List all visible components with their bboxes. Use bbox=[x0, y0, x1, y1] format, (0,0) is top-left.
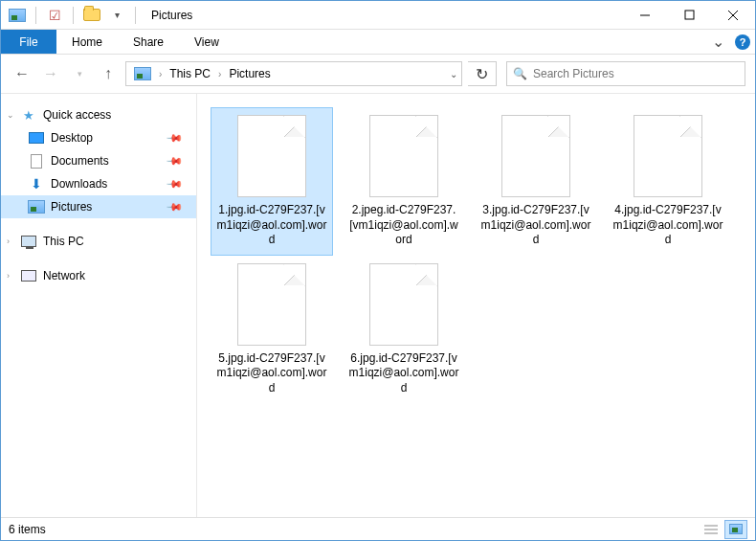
quick-access-toolbar: ☑ ▾ bbox=[1, 5, 145, 26]
recent-dropdown-icon[interactable]: ▾ bbox=[68, 62, 91, 85]
file-item[interactable]: 6.jpg.id-C279F237.[vm1iqzi@aol.com].word bbox=[343, 256, 465, 404]
close-button[interactable] bbox=[711, 1, 755, 30]
file-name: 2.jpeg.id-C279F237.[vm1iqzi@aol.com].wor… bbox=[347, 203, 460, 248]
expand-icon[interactable]: › bbox=[7, 271, 10, 281]
details-view-icon bbox=[704, 524, 718, 535]
thumbnails-view-icon bbox=[729, 524, 743, 534]
status-bar: 6 items bbox=[1, 517, 755, 540]
back-button[interactable]: ← bbox=[11, 62, 33, 85]
navigation-pane: ⌄ ★ Quick access Desktop 📌 Documents 📌 ⬇… bbox=[1, 94, 197, 517]
file-thumbnail-icon bbox=[369, 115, 438, 197]
sidebar-item-documents[interactable]: Documents 📌 bbox=[1, 149, 196, 172]
item-count: 6 items bbox=[9, 523, 46, 536]
maximize-button[interactable] bbox=[667, 1, 711, 30]
tab-share[interactable]: Share bbox=[118, 30, 179, 54]
sidebar-label: This PC bbox=[43, 235, 84, 248]
file-name: 5.jpg.id-C279F237.[vm1iqzi@aol.com].word bbox=[215, 351, 328, 396]
file-thumbnail-icon bbox=[369, 263, 438, 346]
qat-dropdown-icon[interactable]: ▾ bbox=[106, 5, 127, 26]
breadcrumb-history-icon[interactable]: ⌄ bbox=[450, 69, 457, 79]
file-item[interactable]: 5.jpg.id-C279F237.[vm1iqzi@aol.com].word bbox=[211, 256, 333, 404]
search-box[interactable]: 🔍 bbox=[506, 61, 745, 86]
file-thumbnail-icon bbox=[634, 115, 702, 197]
qat-divider bbox=[135, 7, 136, 24]
breadcrumb-current[interactable]: Pictures bbox=[225, 67, 274, 80]
main-area: ⌄ ★ Quick access Desktop 📌 Documents 📌 ⬇… bbox=[1, 94, 755, 517]
pictures-icon bbox=[28, 199, 45, 214]
qat-divider bbox=[73, 7, 74, 24]
pin-icon: 📌 bbox=[165, 197, 183, 215]
sidebar-item-label: Downloads bbox=[51, 177, 107, 191]
file-item[interactable]: 3.jpg.id-C279F237.[vm1iqzi@aol.com].word bbox=[475, 107, 597, 256]
sidebar-item-label: Documents bbox=[51, 154, 109, 168]
file-name: 4.jpg.id-C279F237.[vm1iqzi@aol.com].word bbox=[611, 203, 724, 248]
minimize-button[interactable] bbox=[623, 1, 667, 30]
title-bar: ☑ ▾ Pictures bbox=[1, 1, 755, 30]
file-thumbnail-icon bbox=[237, 263, 306, 346]
star-icon: ★ bbox=[20, 107, 37, 123]
file-item[interactable]: 2.jpeg.id-C279F237.[vm1iqzi@aol.com].wor… bbox=[343, 107, 465, 256]
help-button[interactable]: ? bbox=[730, 30, 755, 54]
breadcrumb[interactable]: › This PC › Pictures ⌄ bbox=[125, 61, 462, 86]
sidebar-quick-access[interactable]: ⌄ ★ Quick access bbox=[1, 103, 196, 126]
file-thumbnail-icon bbox=[501, 115, 570, 197]
chevron-right-icon[interactable]: › bbox=[159, 69, 162, 79]
sidebar-this-pc[interactable]: › This PC bbox=[1, 230, 196, 253]
sidebar-item-pictures[interactable]: Pictures 📌 bbox=[1, 195, 196, 218]
pin-icon: 📌 bbox=[165, 174, 183, 192]
pin-icon: 📌 bbox=[165, 151, 183, 169]
thumbnails-view-button[interactable] bbox=[724, 520, 747, 539]
address-bar-row: ← → ▾ ↑ › This PC › Pictures ⌄ ↻ 🔍 bbox=[1, 55, 755, 93]
desktop-icon bbox=[28, 130, 45, 146]
download-icon: ⬇ bbox=[28, 176, 45, 192]
up-button[interactable]: ↑ bbox=[97, 62, 120, 85]
expand-icon[interactable]: › bbox=[7, 237, 10, 246]
window-title: Pictures bbox=[145, 9, 623, 22]
tab-view[interactable]: View bbox=[179, 30, 234, 54]
file-item[interactable]: 1.jpg.id-C279F237.[vm1iqzi@aol.com].word bbox=[211, 107, 333, 256]
folder-icon[interactable] bbox=[81, 5, 102, 26]
file-list[interactable]: 1.jpg.id-C279F237.[vm1iqzi@aol.com].word… bbox=[197, 94, 755, 517]
sidebar-item-label: Desktop bbox=[51, 131, 93, 145]
sidebar-item-label: Pictures bbox=[51, 200, 92, 214]
sidebar-network[interactable]: › Network bbox=[1, 264, 196, 287]
file-thumbnail-icon bbox=[237, 115, 306, 197]
sidebar-label: Quick access bbox=[43, 108, 111, 122]
breadcrumb-location-icon[interactable] bbox=[130, 67, 155, 80]
sidebar-item-downloads[interactable]: ⬇ Downloads 📌 bbox=[1, 172, 196, 195]
sidebar-label: Network bbox=[43, 269, 85, 282]
collapse-icon[interactable]: ⌄ bbox=[7, 110, 14, 120]
forward-button[interactable]: → bbox=[39, 62, 62, 85]
file-item[interactable]: 4.jpg.id-C279F237.[vm1iqzi@aol.com].word bbox=[607, 107, 729, 256]
ribbon-expand-icon[interactable]: ⌄ bbox=[705, 30, 730, 54]
tab-home[interactable]: Home bbox=[56, 30, 118, 54]
network-icon bbox=[20, 268, 37, 283]
search-icon: 🔍 bbox=[513, 67, 527, 80]
sidebar-item-desktop[interactable]: Desktop 📌 bbox=[1, 126, 196, 149]
details-view-button[interactable] bbox=[700, 520, 723, 539]
file-name: 1.jpg.id-C279F237.[vm1iqzi@aol.com].word bbox=[215, 203, 328, 248]
file-name: 3.jpg.id-C279F237.[vm1iqzi@aol.com].word bbox=[479, 203, 592, 248]
app-icon bbox=[7, 5, 28, 26]
ribbon-tabs: File Home Share View ⌄ ? bbox=[1, 30, 755, 55]
chevron-right-icon[interactable]: › bbox=[218, 69, 221, 79]
file-tab[interactable]: File bbox=[1, 30, 56, 54]
qat-divider bbox=[35, 7, 36, 24]
svg-rect-1 bbox=[685, 11, 694, 19]
pin-icon: 📌 bbox=[165, 128, 183, 147]
pc-icon bbox=[20, 234, 37, 249]
search-input[interactable] bbox=[533, 67, 739, 80]
document-icon bbox=[28, 153, 45, 169]
file-name: 6.jpg.id-C279F237.[vm1iqzi@aol.com].word bbox=[347, 351, 460, 396]
properties-icon[interactable]: ☑ bbox=[44, 5, 65, 26]
refresh-button[interactable]: ↻ bbox=[468, 61, 497, 86]
breadcrumb-root[interactable]: This PC bbox=[166, 67, 214, 80]
